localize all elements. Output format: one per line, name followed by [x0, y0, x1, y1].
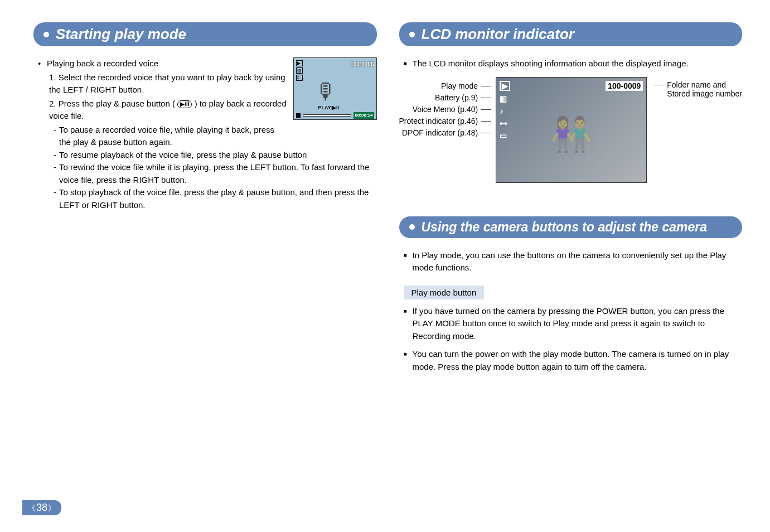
play-label: PLAY:▶II — [318, 104, 340, 112]
bullet-text: Playing back a recorded voice — [47, 57, 158, 70]
square-bullet-icon — [404, 57, 413, 70]
play-mode-icon: ▶ — [500, 81, 510, 91]
battery-icon: ▥ — [500, 94, 510, 103]
voice-memo-icon: ♪ — [500, 107, 510, 115]
para-1: If you have turned on the camera by pres… — [413, 305, 743, 343]
memo-icon: ≡ — [296, 75, 303, 81]
play-pause-icon: ▶/II — [177, 100, 192, 108]
dash-icon: - — [54, 124, 59, 149]
play-mode-icon: ▶ — [296, 60, 303, 66]
dash-icon: - — [54, 161, 59, 186]
lcd-intro: The LCD monitor displays shooting inform… — [413, 57, 689, 70]
battery-icon: ▥ — [296, 67, 303, 74]
square-bullet-icon — [404, 249, 413, 274]
bullet-icon — [38, 57, 47, 70]
folder-number-small: 100-0005 — [350, 60, 374, 69]
square-bullet-icon — [404, 305, 413, 343]
sub-2: To resume playback of the voice file, pr… — [59, 149, 307, 162]
dpof-icon: ▭ — [500, 131, 510, 140]
para-2: You can turn the power on with the play … — [413, 348, 743, 373]
progress-track — [303, 114, 352, 117]
sub-4: To stop playback of the voice file, pres… — [59, 186, 377, 211]
sub-1: To pause a recorded voice file, while pl… — [59, 124, 288, 149]
square-bullet-icon — [404, 348, 413, 373]
elapsed-time: 00:00:14 — [353, 112, 374, 119]
dash-icon: - — [54, 186, 59, 211]
section-title-left: Starting play mode — [33, 22, 377, 46]
microphone-icon: 🎙 — [315, 75, 337, 108]
voice-playback-screenshot: ▶ ▥ ≡ 100-0005 🎙 PLAY:▶II 00:00:14 — [293, 57, 377, 120]
subhead-play-mode-button: Play mode button — [404, 286, 485, 299]
buttons-intro: In Play mode, you can use the buttons on… — [413, 249, 743, 274]
dash-icon: - — [54, 149, 59, 162]
page-number: 38 — [22, 500, 61, 515]
protect-icon: ⊷ — [500, 119, 510, 128]
lcd-left-labels: Play mode Battery (p.9) Voice Memo (p.40… — [399, 77, 493, 139]
section-title-buttons: Using the camera buttons to adjust the c… — [399, 216, 743, 238]
stop-icon — [296, 113, 301, 118]
sample-photo: 👫 — [550, 114, 592, 153]
lcd-right-label: Folder name and Stored image number — [652, 77, 742, 98]
section-title-lcd: LCD monitor indicator — [399, 22, 743, 46]
lcd-preview-image: ▶ ▥ ♪ ⊷ ▭ 100-0009 👫 — [496, 77, 647, 183]
sub-3: To rewind the voice file while it is pla… — [59, 161, 377, 186]
folder-number-badge: 100-0009 — [606, 81, 643, 91]
